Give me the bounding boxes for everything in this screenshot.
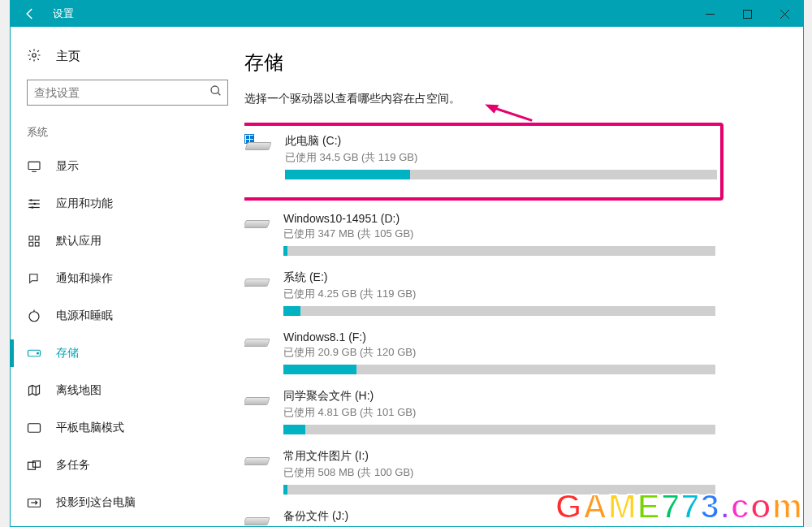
drive-row[interactable]: 系统 (E:)已使用 4.25 GB (共 119 GB) [244, 266, 715, 326]
sidebar-item-0[interactable]: 显示 [11, 148, 244, 185]
drive-name: Windows8.1 (F:) [283, 330, 715, 343]
drive-name: 备份文件 (J:) [283, 509, 715, 524]
window-controls [691, 1, 803, 27]
sidebar-item-9[interactable]: 投影到这台电脑 [11, 484, 244, 521]
nav-icon [27, 309, 41, 323]
drive-row[interactable]: 此电脑 (C:)已使用 34.5 GB (共 119 GB) [246, 129, 717, 189]
sidebar-category: 系统 [11, 120, 244, 148]
nav-icon [27, 161, 41, 172]
drive-usage: 已使用 20.9 GB (共 120 GB) [283, 345, 715, 360]
home-label: 主页 [56, 49, 80, 64]
sidebar-item-label: 默认应用 [56, 234, 102, 248]
drive-row[interactable]: 备份文件 (J:)已使用 55.5 GB (共 99.9 GB) [244, 504, 715, 526]
svg-rect-5 [28, 162, 40, 169]
sidebar-item-label: 存储 [56, 346, 79, 361]
usage-bar [283, 425, 715, 434]
drive-icon [244, 511, 269, 526]
sidebar-item-1[interactable]: 应用和功能 [11, 185, 244, 222]
sidebar-item-3[interactable]: 通知和操作 [11, 260, 244, 297]
svg-rect-23 [28, 424, 41, 433]
back-button[interactable] [11, 1, 50, 27]
drive-icon [246, 136, 270, 155]
sidebar-item-label: 多任务 [56, 458, 90, 473]
sidebar-item-label: 离线地图 [56, 383, 102, 398]
drive-name: Windows10-14951 (D:) [283, 212, 715, 225]
svg-rect-13 [29, 236, 33, 240]
svg-rect-14 [35, 236, 39, 240]
search-icon [209, 84, 222, 101]
search-box[interactable] [27, 80, 228, 106]
sidebar-item-label: 平板电脑模式 [56, 421, 124, 435]
drive-row[interactable]: 同学聚会文件 (H:)已使用 4.81 GB (共 101 GB) [244, 384, 715, 444]
highlight-box: 此电脑 (C:)已使用 34.5 GB (共 119 GB) [244, 123, 723, 201]
sidebar: 主页 系统 显示应用和功能默认应用通知和操作电源和睡眠存储离线地图平板电脑模式多… [11, 27, 244, 526]
nav-icon [27, 197, 41, 210]
drive-row[interactable]: 常用文件图片 (I:)已使用 508 MB (共 100 GB) [244, 444, 715, 504]
sidebar-item-label: 投影到这台电脑 [56, 495, 136, 510]
drive-usage: 已使用 34.5 GB (共 119 GB) [285, 150, 717, 165]
drive-usage: 已使用 4.81 GB (共 101 GB) [283, 405, 715, 420]
content-area: 存储 选择一个驱动器以查看哪些内容在占空间。 此电脑 (C:)已使用 34.5 … [244, 27, 803, 526]
sidebar-item-6[interactable]: 离线地图 [11, 372, 244, 409]
gear-icon [27, 48, 41, 65]
drive-usage: 已使用 508 MB (共 100 GB) [283, 465, 715, 480]
svg-rect-1 [743, 10, 751, 18]
nav-icon [27, 348, 41, 358]
drive-usage: 已使用 347 MB (共 105 GB) [283, 227, 715, 241]
drive-name: 系统 (E:) [283, 270, 715, 285]
svg-point-17 [29, 312, 39, 322]
sidebar-item-4[interactable]: 电源和睡眠 [11, 297, 244, 335]
usage-bar [283, 485, 715, 495]
nav-icon [27, 235, 41, 248]
drive-row[interactable]: Windows10-14951 (D:)已使用 347 MB (共 105 GB… [244, 207, 715, 266]
drive-name: 同学聚会文件 (H:) [283, 389, 715, 404]
svg-point-20 [37, 352, 39, 354]
drive-usage: 已使用 4.25 GB (共 119 GB) [283, 287, 715, 301]
drive-name: 常用文件图片 (I:) [283, 449, 715, 464]
minimize-button[interactable] [691, 1, 728, 27]
usage-bar [283, 306, 715, 316]
drive-usage: 已使用 55.5 GB (共 99.9 GB) [283, 525, 715, 526]
svg-rect-15 [29, 242, 33, 246]
sidebar-item-label: 显示 [56, 159, 79, 174]
svg-rect-24 [28, 462, 36, 469]
svg-rect-16 [35, 242, 39, 246]
nav-icon [27, 460, 41, 471]
sidebar-item-label: 应用和功能 [56, 197, 113, 211]
page-title: 存储 [244, 50, 790, 76]
titlebar: 设置 [11, 1, 803, 27]
nav-icon [27, 422, 41, 434]
sidebar-item-2[interactable]: 默认应用 [11, 222, 244, 260]
drive-name: 此电脑 (C:) [285, 134, 717, 149]
sidebar-item-5[interactable]: 存储 [11, 335, 244, 372]
drive-icon [244, 214, 269, 233]
maximize-button[interactable] [728, 1, 766, 27]
sidebar-item-8[interactable]: 多任务 [11, 447, 244, 484]
search-input[interactable] [34, 86, 209, 99]
usage-bar [283, 246, 715, 256]
usage-bar [285, 170, 717, 179]
sidebar-item-label: 电源和睡眠 [56, 309, 113, 323]
drive-icon [244, 332, 269, 352]
svg-point-3 [211, 86, 218, 93]
home-link[interactable]: 主页 [11, 41, 244, 71]
nav-icon [27, 384, 41, 397]
svg-point-2 [32, 54, 37, 58]
drive-icon [244, 391, 269, 410]
window-title: 设置 [53, 6, 74, 21]
sidebar-item-label: 通知和操作 [56, 271, 113, 286]
nav-icon [27, 272, 41, 285]
nav-icon [27, 497, 41, 508]
sidebar-item-7[interactable]: 平板电脑模式 [11, 409, 244, 447]
svg-line-4 [218, 93, 220, 95]
settings-window: 设置 主页 [10, 0, 804, 527]
drive-icon [244, 451, 269, 470]
usage-bar [283, 365, 715, 374]
close-button[interactable] [766, 1, 803, 27]
drive-icon [244, 272, 269, 292]
drive-row[interactable]: Windows8.1 (F:)已使用 20.9 GB (共 120 GB) [244, 326, 715, 384]
